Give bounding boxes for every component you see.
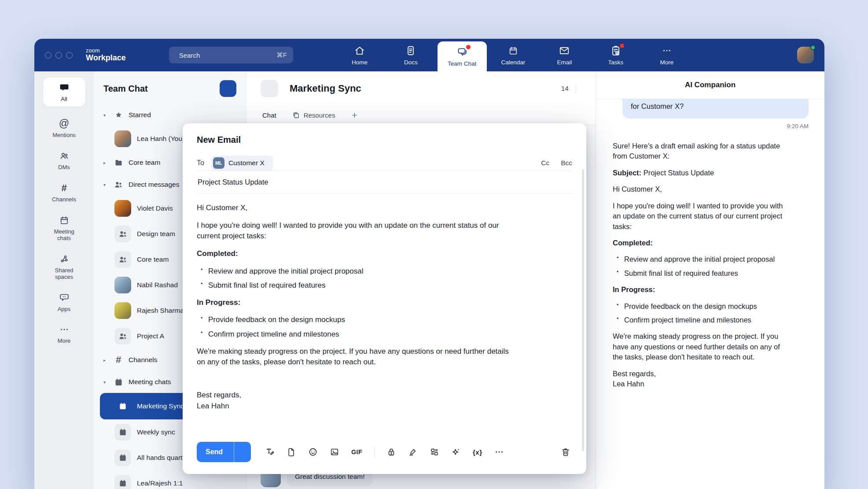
section-label: Meeting chats — [129, 378, 171, 386]
channel-tab-label: Chat — [262, 111, 276, 119]
send-button[interactable]: Send — [197, 442, 234, 462]
conversation-label: Core team — [137, 256, 169, 263]
window-close-circle[interactable] — [45, 52, 51, 59]
rail-item-dms[interactable]: DMs — [43, 151, 85, 171]
ai-completed-list: Review and approve the initial project p… — [613, 254, 790, 278]
recipients-row[interactable]: To ML Customer X Cc Bcc — [197, 156, 572, 170]
sidebar-title: Team Chat — [103, 84, 148, 94]
sidebar-title-dropdown[interactable]: Team Chat — [103, 84, 151, 94]
image-button[interactable] — [330, 447, 339, 457]
sidebar-section-starred[interactable]: ▾Starred — [94, 104, 243, 126]
rail-item-apps[interactable]: Apps — [43, 293, 85, 313]
rail-item-shared-spaces[interactable]: Shared spaces — [43, 254, 85, 281]
nav-tab-email[interactable]: Email — [540, 39, 589, 71]
members-count-button[interactable]: 14 — [558, 85, 569, 93]
rail-item-more[interactable]: More — [43, 324, 85, 345]
bcc-button[interactable]: Bcc — [561, 159, 572, 167]
nav-tab-label: More — [660, 59, 674, 66]
group-avatar — [114, 226, 131, 242]
add-channel-tab-button[interactable] — [351, 111, 358, 119]
user-prompt-bubble: Can you draft an email that provides a s… — [622, 99, 809, 119]
meeting-avatar-icon — [118, 453, 127, 462]
rail-item-label: DMs — [58, 164, 70, 171]
emoji-button[interactable] — [308, 447, 318, 457]
email-closing: We're making steady progress on the proj… — [197, 346, 514, 368]
channel-tab-chat[interactable]: Chat — [262, 111, 276, 119]
user-photo-avatar — [114, 130, 131, 147]
caret-down-icon: ▾ — [103, 182, 108, 187]
meeting-avatar — [114, 398, 131, 415]
notification-badge — [620, 44, 624, 48]
nav-tab-label: Calendar — [501, 59, 526, 66]
send-split-button[interactable]: Send — [197, 442, 251, 462]
email-inprogress-list: Provide feedback on the design mockupsCo… — [197, 315, 514, 340]
window-zoom-circle[interactable] — [66, 52, 73, 59]
rail-item-label: Apps — [58, 306, 71, 313]
nav-tab-tasks[interactable]: Tasks — [591, 39, 640, 71]
modal-scrollbar[interactable] — [582, 169, 584, 451]
bullet-item: Confirm project timeline and milestones — [208, 329, 514, 340]
people-icon — [59, 151, 69, 161]
recipient-chip[interactable]: ML Customer X — [211, 156, 273, 170]
rail-item-mentions[interactable]: @Mentions — [43, 119, 85, 139]
image-icon — [330, 447, 339, 457]
variable-button[interactable]: {x} — [473, 448, 482, 456]
window-controls[interactable] — [45, 52, 73, 59]
rail-item-channels[interactable]: #Channels — [43, 183, 85, 203]
rail-item-all[interactable]: All — [43, 78, 85, 107]
encrypt-button[interactable] — [386, 447, 396, 457]
ai-panel-title: AI Companion — [596, 81, 824, 89]
more-button[interactable] — [494, 447, 504, 457]
signature-button[interactable] — [408, 447, 418, 457]
dots-icon — [59, 325, 69, 334]
trash-button[interactable] — [561, 447, 570, 457]
search-shortcut: ⌘F — [276, 52, 287, 59]
nav-tab-label: Email — [557, 59, 572, 66]
meeting-avatar — [114, 475, 131, 489]
section-label: Starred — [129, 111, 151, 119]
caret-right-icon: ▸ — [103, 358, 108, 363]
channel-header: Marketing Sync 14 — [246, 71, 596, 106]
group-avatar — [114, 328, 131, 345]
nav-tab-more[interactable]: More — [642, 39, 691, 71]
cc-button[interactable]: Cc — [541, 159, 549, 167]
bullet-item: Review and approve the initial project p… — [208, 266, 514, 277]
channel-tab-resources[interactable]: Resources — [292, 111, 335, 119]
ai-subject-line: Subject: Project Status Update — [613, 168, 790, 178]
rail-item-label: Meeting chats — [47, 229, 82, 242]
nav-tab-team-chat[interactable]: Team Chat — [438, 41, 487, 71]
primary-navigation: HomeDocsTeam ChatCalendarEmailTasksMore — [335, 39, 691, 71]
window-minimize-circle[interactable] — [55, 52, 62, 59]
calendar-icon — [508, 46, 518, 56]
ai-body-intro: I hope you're doing well! I wanted to pr… — [613, 201, 790, 232]
to-label: To — [197, 159, 204, 167]
ai-completed-label: Completed: — [613, 238, 790, 248]
email-body-editor[interactable]: Hi Customer X, I hope you're doing well!… — [197, 194, 514, 437]
attach-button[interactable] — [287, 447, 296, 457]
rail-item-label: Channels — [52, 196, 76, 203]
at-icon: @ — [59, 119, 69, 129]
nav-tab-home[interactable]: Home — [335, 39, 384, 71]
trash-icon — [561, 447, 570, 457]
rail-item-meeting-chats[interactable]: Meeting chats — [43, 215, 85, 242]
nav-tab-docs[interactable]: Docs — [386, 39, 435, 71]
conversation-label: Rajesh Sharma — [137, 307, 184, 315]
home-icon — [354, 45, 365, 56]
subject-input[interactable]: Project Status Update — [197, 171, 572, 193]
template-button[interactable] — [430, 447, 439, 457]
section-label: Core team — [129, 159, 160, 167]
gif-button[interactable]: GIF — [351, 448, 362, 456]
ai-inprogress-label: In Progress: — [613, 285, 790, 295]
members-count: 14 — [561, 85, 569, 93]
nav-tab-calendar[interactable]: Calendar — [489, 39, 538, 71]
send-options-button[interactable] — [234, 442, 251, 462]
new-chat-button[interactable] — [220, 80, 236, 97]
ai-sparkle-button[interactable] — [451, 447, 461, 457]
channel-tab-label: Resources — [304, 111, 335, 119]
format-button[interactable] — [265, 447, 275, 457]
conversation-label: Violet Davis — [137, 204, 173, 212]
send-label: Send — [206, 448, 223, 456]
user-avatar[interactable] — [797, 47, 814, 63]
search-input[interactable]: Search ⌘F — [169, 47, 293, 63]
folder-icon — [114, 158, 123, 167]
